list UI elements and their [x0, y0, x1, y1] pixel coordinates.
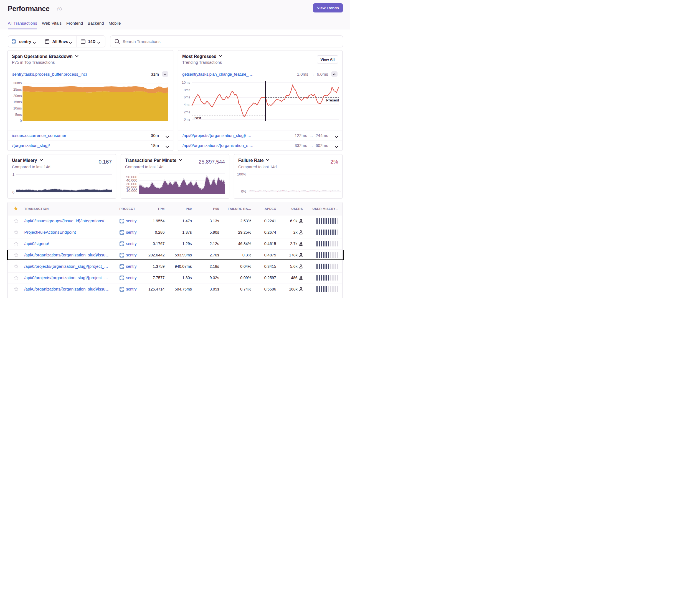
- svg-text:100%: 100%: [237, 172, 247, 176]
- svg-text:25ms: 25ms: [13, 87, 22, 92]
- svg-text:Past: Past: [194, 116, 201, 120]
- svg-text:10ms: 10ms: [13, 106, 22, 110]
- svg-text:Present: Present: [326, 98, 339, 102]
- svg-text:4ms: 4ms: [183, 103, 190, 107]
- svg-text:0: 0: [12, 190, 15, 194]
- svg-text:6ms: 6ms: [183, 95, 190, 99]
- svg-text:0ms: 0ms: [183, 118, 190, 122]
- svg-text:10ms: 10ms: [182, 81, 190, 84]
- svg-text:5ms: 5ms: [15, 113, 22, 117]
- svg-text:15ms: 15ms: [13, 100, 22, 104]
- svg-text:8ms: 8ms: [183, 88, 190, 92]
- svg-text:20ms: 20ms: [13, 94, 22, 98]
- svg-text:2ms: 2ms: [183, 110, 190, 114]
- svg-text:1: 1: [12, 173, 15, 177]
- svg-text:10,000: 10,000: [126, 188, 137, 193]
- svg-text:0: 0: [20, 119, 22, 123]
- svg-text:0%: 0%: [241, 189, 246, 193]
- svg-text:30ms: 30ms: [13, 81, 22, 85]
